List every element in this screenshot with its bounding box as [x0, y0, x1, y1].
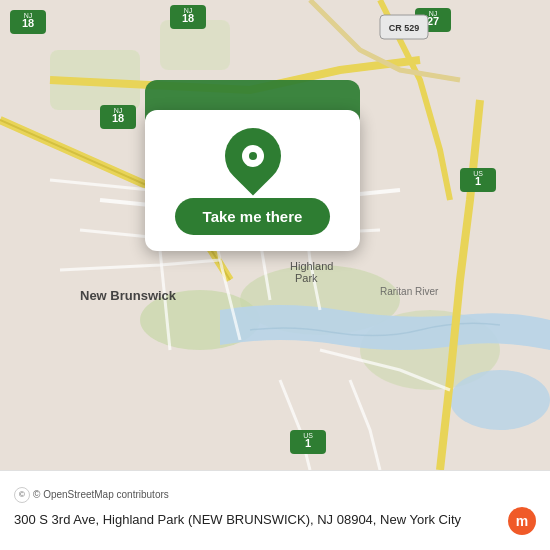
attribution-text: © OpenStreetMap contributors [33, 489, 169, 500]
moovit-logo: m [508, 507, 536, 535]
address-text: 300 S 3rd Ave, Highland Park (NEW BRUNSW… [14, 511, 498, 529]
svg-point-6 [450, 370, 550, 430]
svg-text:NJ: NJ [24, 12, 33, 19]
svg-text:Park: Park [295, 272, 318, 284]
location-pin-icon [213, 116, 292, 195]
moovit-icon: m [508, 507, 536, 535]
svg-text:Highland: Highland [290, 260, 333, 272]
osm-logo: © [14, 487, 30, 503]
svg-text:NJ: NJ [114, 107, 123, 114]
take-me-there-card: Take me there [145, 110, 360, 251]
take-me-there-button[interactable]: Take me there [175, 198, 331, 235]
svg-text:NJ: NJ [184, 7, 193, 14]
svg-text:CR 529: CR 529 [389, 23, 420, 33]
svg-text:Raritan River: Raritan River [380, 286, 439, 297]
bottom-bar: © © OpenStreetMap contributors 300 S 3rd… [0, 470, 550, 550]
osm-attribution: © © OpenStreetMap contributors [14, 487, 536, 503]
svg-text:US: US [303, 432, 313, 439]
svg-text:US: US [473, 170, 483, 177]
map-container: 18 NJ 18 NJ 18 NJ 27 NJ 1 US 1 US CR 529… [0, 0, 550, 470]
address-row: 300 S 3rd Ave, Highland Park (NEW BRUNSW… [14, 507, 536, 535]
svg-text:NJ: NJ [429, 10, 438, 17]
svg-text:New Brunswick: New Brunswick [80, 288, 177, 303]
